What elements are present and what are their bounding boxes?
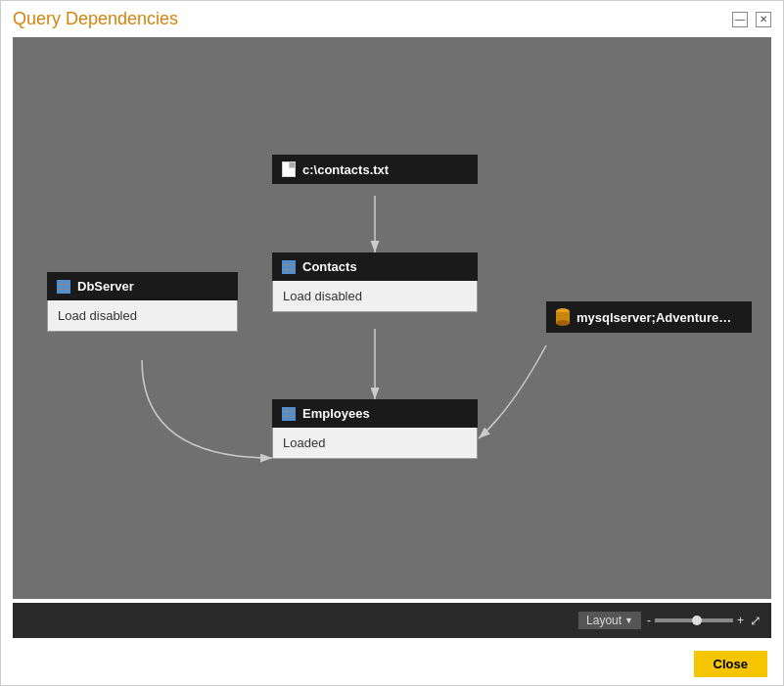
node-contacts-file[interactable]: c:\contacts.txt xyxy=(272,155,478,184)
footer: Close xyxy=(1,642,783,685)
layout-chevron-icon: ▼ xyxy=(624,616,633,625)
zoom-controls: - + xyxy=(647,614,744,627)
contacts-file-label: c:\contacts.txt xyxy=(302,162,389,177)
minimize-button[interactable]: — xyxy=(732,12,748,27)
dbserver-header: DbServer xyxy=(47,272,238,300)
mysqlserver-label: mysqlserver;AdventureWor... xyxy=(576,310,733,325)
window-title: Query Dependencies xyxy=(13,9,178,29)
contacts-header: Contacts xyxy=(272,252,478,281)
node-dbserver[interactable]: DbServer Load disabled xyxy=(47,272,238,332)
main-window: Query Dependencies — ✕ xyxy=(0,0,784,686)
grid-icon-dbserver xyxy=(57,280,70,294)
zoom-plus-label[interactable]: + xyxy=(737,614,744,627)
node-contacts[interactable]: Contacts Load disabled xyxy=(272,252,478,312)
dbserver-body: Load disabled xyxy=(47,300,238,332)
contacts-status: Load disabled xyxy=(283,289,362,303)
contacts-file-header: c:\contacts.txt xyxy=(272,155,478,184)
node-employees[interactable]: Employees Loaded xyxy=(272,399,478,459)
layout-label: Layout xyxy=(586,614,622,627)
grid-icon-contacts xyxy=(282,260,296,274)
file-icon xyxy=(282,161,296,177)
employees-body: Loaded xyxy=(272,428,478,459)
dbserver-status: Load disabled xyxy=(58,308,137,323)
employees-header: Employees xyxy=(272,399,478,428)
close-window-button[interactable]: ✕ xyxy=(756,12,771,27)
cylinder-icon xyxy=(556,308,570,326)
layout-button[interactable]: Layout ▼ xyxy=(578,612,641,629)
window-controls: — ✕ xyxy=(732,12,771,27)
canvas-area: c:\contacts.txt Contacts Load disabled xyxy=(13,37,771,599)
title-bar: Query Dependencies — ✕ xyxy=(1,1,783,33)
mysqlserver-header: mysqlserver;AdventureWor... xyxy=(546,301,752,333)
dbserver-label: DbServer xyxy=(77,279,134,294)
employees-status: Loaded xyxy=(283,435,325,450)
node-mysqlserver[interactable]: mysqlserver;AdventureWor... xyxy=(546,301,752,333)
employees-label: Employees xyxy=(302,406,370,421)
contacts-label: Contacts xyxy=(302,259,357,274)
close-button[interactable]: Close xyxy=(694,651,767,677)
fit-button[interactable]: ⤢ xyxy=(750,613,761,628)
zoom-thumb[interactable] xyxy=(692,616,702,625)
contacts-body: Load disabled xyxy=(272,281,478,312)
grid-icon-employees xyxy=(282,407,296,421)
zoom-minus-label[interactable]: - xyxy=(647,614,651,627)
zoom-track[interactable] xyxy=(655,618,733,622)
bottom-bar: Layout ▼ - + ⤢ xyxy=(13,603,771,638)
